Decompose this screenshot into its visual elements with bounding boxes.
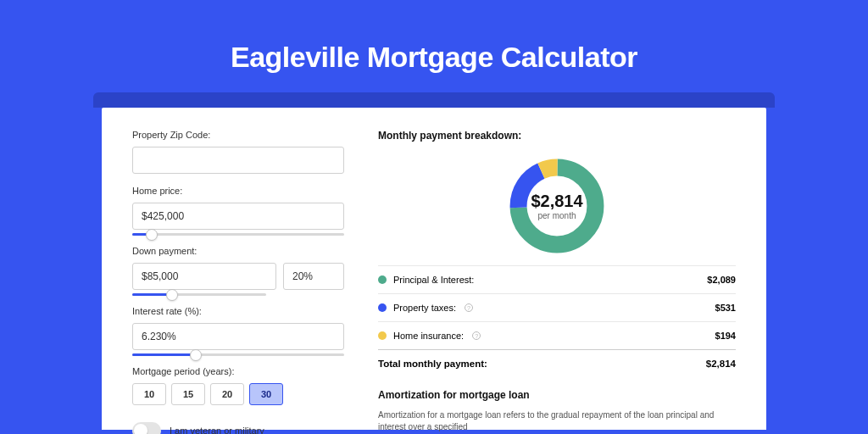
donut-center-sub: per month <box>531 211 582 220</box>
home-price-slider-thumb[interactable] <box>146 229 158 241</box>
interest-rate-slider[interactable] <box>132 353 344 356</box>
down-payment-slider[interactable] <box>132 293 266 296</box>
legend-value: $2,089 <box>707 275 736 285</box>
donut-center-amount: $2,814 <box>531 192 582 211</box>
period-option-30[interactable]: 30 <box>249 383 283 405</box>
legend-row-principal: Principal & Interest: $2,089 <box>378 266 736 294</box>
down-payment-amount-input[interactable] <box>132 263 276 290</box>
legend-label: Principal & Interest: <box>393 275 474 285</box>
veteran-toggle[interactable] <box>132 422 161 434</box>
down-payment-label: Down payment: <box>132 246 344 256</box>
down-payment-slider-thumb[interactable] <box>166 289 178 301</box>
period-option-10[interactable]: 10 <box>132 383 166 405</box>
donut-chart: $2,814 per month <box>378 147 736 265</box>
amortization-section: Amortization for mortgage loan Amortizat… <box>378 389 736 433</box>
dot-icon <box>378 303 387 312</box>
breakdown-legend: Principal & Interest: $2,089 Property ta… <box>378 265 736 350</box>
period-option-20[interactable]: 20 <box>210 383 244 405</box>
period-options: 10 15 20 30 <box>132 383 344 405</box>
home-price-label: Home price: <box>132 186 344 196</box>
period-option-15[interactable]: 15 <box>171 383 205 405</box>
legend-label: Property taxes: <box>393 303 456 313</box>
interest-rate-label: Interest rate (%): <box>132 306 344 316</box>
down-payment-pct-input[interactable] <box>283 263 344 290</box>
dot-icon <box>378 275 387 284</box>
card-top-accent <box>93 92 775 108</box>
interest-rate-slider-thumb[interactable] <box>190 349 202 361</box>
veteran-label: I am veteran or military <box>170 426 264 434</box>
breakdown-title: Monthly payment breakdown: <box>378 130 736 142</box>
page-title: Eagleville Mortgage Calculator <box>0 0 868 92</box>
breakdown-panel: Monthly payment breakdown: $2,814 per mo… <box>378 130 736 408</box>
interest-rate-input[interactable] <box>132 323 344 350</box>
home-price-slider[interactable] <box>132 233 344 236</box>
amortization-text: Amortization for a mortgage loan refers … <box>378 409 736 433</box>
form-panel: Property Zip Code: Home price: Down paym… <box>132 130 344 408</box>
total-label: Total monthly payment: <box>378 359 487 369</box>
legend-row-taxes: Property taxes: ? $531 <box>378 294 736 322</box>
legend-value: $194 <box>715 331 736 341</box>
total-row: Total monthly payment: $2,814 <box>378 350 736 381</box>
total-value: $2,814 <box>706 359 736 369</box>
legend-label: Home insurance: <box>393 331 464 341</box>
home-price-input[interactable] <box>132 203 344 230</box>
dot-icon <box>378 331 387 340</box>
info-icon[interactable]: ? <box>465 303 473 312</box>
legend-value: $531 <box>715 303 736 313</box>
amortization-title: Amortization for mortgage loan <box>378 389 736 401</box>
legend-row-insurance: Home insurance: ? $194 <box>378 322 736 350</box>
zip-input[interactable] <box>132 147 344 174</box>
period-label: Mortgage period (years): <box>132 366 344 376</box>
calculator-card: Property Zip Code: Home price: Down paym… <box>102 108 766 430</box>
veteran-toggle-knob <box>134 424 147 434</box>
info-icon[interactable]: ? <box>472 331 481 340</box>
zip-label: Property Zip Code: <box>132 130 344 140</box>
